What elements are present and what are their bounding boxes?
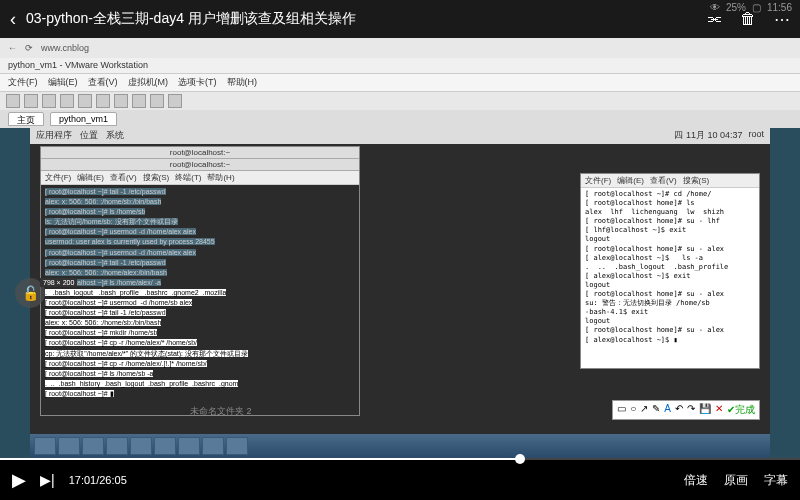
term2-menu[interactable]: 文件(F)编辑(E)查看(V)搜索(S) bbox=[581, 174, 759, 188]
time-display: 17:01/26:05 bbox=[69, 474, 127, 486]
video-title: 03-python-全栈三期-day4 用户增删该查及组相关操作 bbox=[26, 10, 696, 28]
next-button[interactable]: ▶| bbox=[40, 472, 55, 488]
vm-window-title: python_vm1 - VMware Workstation bbox=[0, 58, 800, 74]
text-icon: A bbox=[664, 403, 671, 417]
user[interactable]: root bbox=[748, 129, 764, 143]
back-icon[interactable]: ‹ bbox=[10, 9, 16, 30]
battery-icon: ▢ bbox=[752, 2, 761, 13]
vm-toolbar[interactable] bbox=[0, 92, 800, 110]
quality-button[interactable]: 原画 bbox=[724, 472, 748, 489]
progress-bar[interactable] bbox=[0, 458, 800, 460]
play-button[interactable]: ▶ bbox=[12, 469, 26, 491]
eye-icon: 👁 bbox=[710, 2, 720, 13]
close-icon: ✕ bbox=[715, 403, 723, 417]
term1-subtitle: root@localhost:~ bbox=[41, 159, 359, 171]
start-button bbox=[34, 437, 56, 455]
term1-title: root@localhost:~ bbox=[41, 147, 359, 159]
windows-taskbar[interactable] bbox=[30, 434, 770, 458]
battery-pct: 25% bbox=[726, 2, 746, 13]
progress-thumb[interactable] bbox=[515, 454, 525, 464]
tab-vm1: python_vm1 bbox=[50, 112, 117, 126]
redo-icon: ↷ bbox=[687, 403, 695, 417]
terminal-1[interactable]: root@localhost:~ root@localhost:~ 文件(F)编… bbox=[40, 146, 360, 416]
annotation-toolbar[interactable]: ▭○↗ ✎A ↶↷ 💾✕ ✔完成 bbox=[612, 400, 760, 420]
arrow-icon: ↗ bbox=[640, 403, 648, 417]
tab-home: 主页 bbox=[8, 112, 44, 126]
clock: 11:56 bbox=[767, 2, 792, 13]
save-icon: 💾 bbox=[699, 403, 711, 417]
vm-menu[interactable]: 文件(F)编辑(E)查看(V) 虚拟机(M)选项卡(T)帮助(H) bbox=[0, 74, 800, 92]
rect-icon: ▭ bbox=[617, 403, 626, 417]
circle-icon: ○ bbox=[630, 403, 636, 417]
term1-output[interactable]: [ root@localhost ~]# tail -1 /etc/passwd… bbox=[41, 185, 359, 415]
terminal-2[interactable]: 文件(F)编辑(E)查看(V)搜索(S) [ root@localhost ~]… bbox=[580, 173, 760, 369]
places-menu[interactable]: 位置 bbox=[80, 129, 98, 143]
undo-icon: ↶ bbox=[675, 403, 683, 417]
dimension-badge: 798 × 200 bbox=[40, 278, 77, 287]
apps-menu[interactable]: 应用程序 bbox=[36, 129, 72, 143]
folder-label: 未命名文件夹 2 bbox=[190, 405, 252, 418]
done-button: ✔完成 bbox=[727, 403, 755, 417]
browser-bar: ←⟳www.cnblog bbox=[0, 38, 800, 58]
vm-tabs[interactable]: 主页 python_vm1 bbox=[0, 110, 800, 128]
system-menu[interactable]: 系统 bbox=[106, 129, 124, 143]
date: 四 11月 10 04:37 bbox=[674, 129, 742, 143]
brush-icon: ✎ bbox=[652, 403, 660, 417]
subtitle-button[interactable]: 字幕 bbox=[764, 472, 788, 489]
term1-menu[interactable]: 文件(F)编辑(E)查看(V) 搜索(S)终端(T)帮助(H) bbox=[41, 171, 359, 185]
term2-output[interactable]: [ root@localhost ~]# cd /home/ [ root@lo… bbox=[581, 188, 759, 368]
speed-button[interactable]: 倍速 bbox=[684, 472, 708, 489]
